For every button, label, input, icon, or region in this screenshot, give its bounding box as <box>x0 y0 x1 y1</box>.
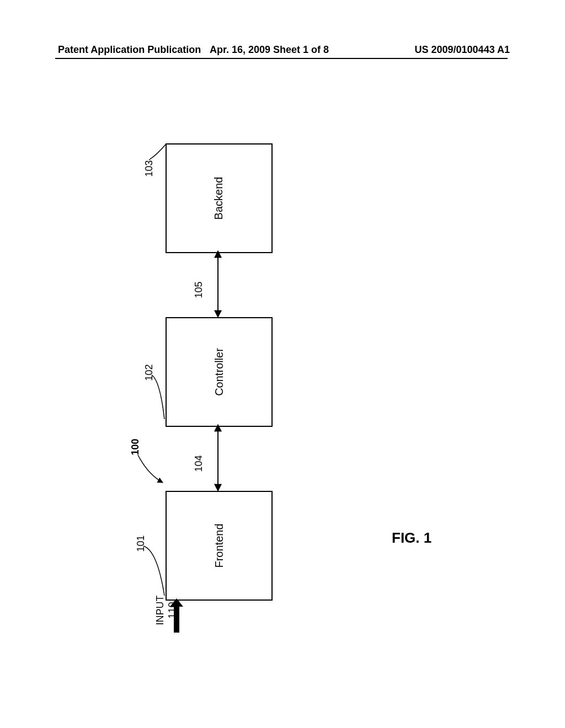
ref-frontend: 101 <box>135 535 147 552</box>
input-label: INPUT 110 <box>154 596 178 625</box>
ref-system-100: 100 <box>130 438 141 455</box>
block-controller: Controller <box>166 317 273 427</box>
callout-100 <box>138 455 163 483</box>
input-label-ref: 110 <box>167 602 178 619</box>
callout-102 <box>152 375 164 419</box>
block-frontend: Frontend <box>166 491 273 601</box>
figure-label: FIG. 1 <box>392 529 431 547</box>
ref-backend: 103 <box>143 160 155 176</box>
input-label-text: INPUT <box>154 596 166 625</box>
callout-103 <box>149 144 166 160</box>
header-date-sheet: Apr. 16, 2009 Sheet 1 of 8 <box>210 44 329 56</box>
ref-controller: 102 <box>143 364 155 381</box>
block-backend-label: Backend <box>213 177 226 220</box>
block-backend: Backend <box>166 143 273 253</box>
ref-conn-104: 104 <box>193 455 205 472</box>
header-pub-number: US 2009/0100443 A1 <box>415 44 510 56</box>
block-frontend-label: Frontend <box>213 523 226 568</box>
callout-101 <box>143 546 164 596</box>
block-controller-label: Controller <box>212 348 225 396</box>
ref-conn-105: 105 <box>193 281 205 298</box>
diagram-svg <box>0 0 565 728</box>
header-publication-type: Patent Application Publication <box>58 44 201 56</box>
header-rule <box>55 58 508 59</box>
